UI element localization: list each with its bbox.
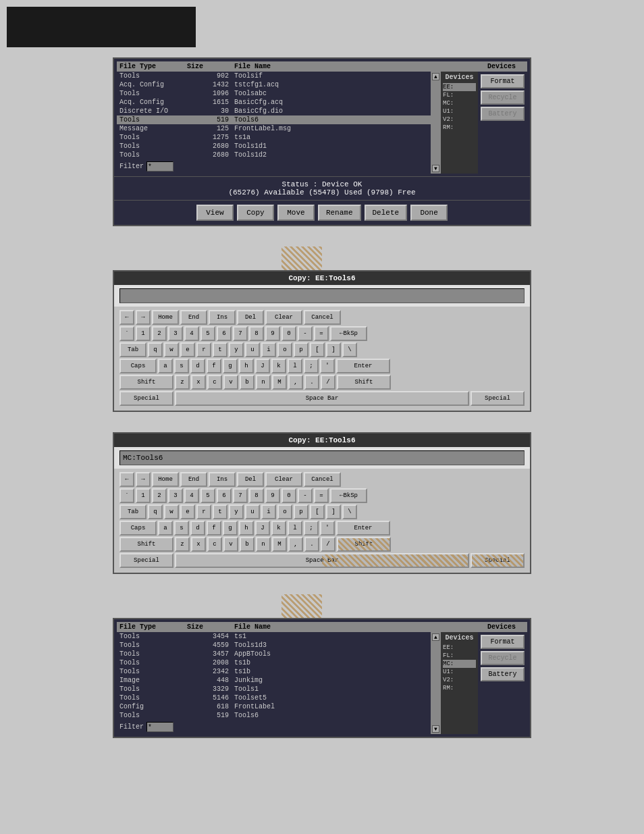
kb-o-2[interactable]: o <box>277 504 292 519</box>
kb-enter-1[interactable]: Enter <box>336 359 390 373</box>
kb-equals-1[interactable]: = <box>314 326 329 341</box>
kb-space-2[interactable]: Space Bar <box>175 553 469 568</box>
kb-period-2[interactable]: . <box>304 537 319 552</box>
file-row[interactable]: Config618FrontLabel <box>117 702 431 711</box>
kb-lspecial-2[interactable]: Special <box>119 553 173 568</box>
kb-x-1[interactable]: x <box>191 375 206 390</box>
kb-period-1[interactable]: . <box>304 375 319 390</box>
kb-h-1[interactable]: h <box>239 359 254 373</box>
kb-k-2[interactable]: k <box>271 521 286 536</box>
kb-d-2[interactable]: d <box>190 521 205 536</box>
kb-equals-2[interactable]: = <box>314 488 329 503</box>
kb-a-1[interactable]: a <box>158 359 173 373</box>
scrollbar-2[interactable]: ▲ ▼ <box>431 632 441 734</box>
kb-home-1[interactable]: Home <box>152 310 179 325</box>
kb-p-2[interactable]: p <box>294 504 308 519</box>
kb-space-1[interactable]: Space Bar <box>175 391 469 406</box>
copy-button[interactable]: Copy <box>237 205 274 221</box>
kb-slash-1[interactable]: / <box>321 375 336 390</box>
kb-minus-1[interactable]: - <box>298 326 313 341</box>
device-item[interactable]: RM: <box>443 124 476 132</box>
kb-bksp-2[interactable]: ←BkSp <box>330 488 367 503</box>
kb-enter-2[interactable]: Enter <box>336 521 390 536</box>
done-button[interactable]: Done <box>410 205 448 221</box>
kb-lshift-2[interactable]: Shift <box>119 537 173 552</box>
kb-x-2[interactable]: x <box>191 537 206 552</box>
kb-ins-1[interactable]: Ins <box>209 310 236 325</box>
device-item[interactable]: MC: <box>443 99 476 107</box>
filter-input-2[interactable] <box>146 722 173 732</box>
kb-8-1[interactable]: 8 <box>249 326 264 341</box>
device-item[interactable]: FL: <box>443 91 476 99</box>
format-button-2[interactable]: Format <box>481 635 525 649</box>
kb-6-2[interactable]: 6 <box>217 488 232 503</box>
file-row[interactable]: Tools1096Toolsabc <box>117 89 431 98</box>
copy-input-2[interactable]: MC:Tools6 <box>119 450 525 465</box>
kb-4-1[interactable]: 4 <box>184 326 199 341</box>
scrollbar-1[interactable]: ▲ ▼ <box>431 72 441 174</box>
kb-quote-1[interactable]: ' <box>320 359 335 373</box>
filter-input-1[interactable] <box>146 161 173 172</box>
view-button[interactable]: View <box>196 205 234 221</box>
kb-c-2[interactable]: c <box>207 537 222 552</box>
device-item[interactable]: V2: <box>443 115 476 124</box>
file-row[interactable]: Image448Junkimg <box>117 676 431 685</box>
kb-comma-2[interactable]: , <box>288 537 303 552</box>
kb-m-2[interactable]: M <box>272 537 287 552</box>
kb-end-1[interactable]: End <box>180 310 207 325</box>
kb-cancel-2[interactable]: Cancel <box>304 472 341 487</box>
device-item[interactable]: RM: <box>443 684 476 692</box>
kb-e-1[interactable]: e <box>180 342 195 357</box>
kb-rbracket-1[interactable]: ] <box>326 342 341 357</box>
delete-button[interactable]: Delete <box>365 205 408 221</box>
kb-cancel-1[interactable]: Cancel <box>304 310 341 325</box>
device-item[interactable]: U1: <box>443 668 476 676</box>
kb-s-1[interactable]: s <box>174 359 189 373</box>
kb-n-2[interactable]: n <box>256 537 271 552</box>
kb-backtick-2[interactable]: ` <box>119 488 134 503</box>
kb-s-2[interactable]: s <box>174 521 189 536</box>
recycle-button-2[interactable]: Recycle <box>481 651 525 665</box>
rename-button[interactable]: Rename <box>318 205 361 221</box>
kb-right-1[interactable]: → <box>136 310 151 325</box>
kb-rshift-2[interactable]: Shift <box>337 537 391 552</box>
kb-e-2[interactable]: e <box>180 504 195 519</box>
kb-l-1[interactable]: l <box>288 359 302 373</box>
kb-8-2[interactable]: 8 <box>249 488 264 503</box>
kb-backslash-2[interactable]: \ <box>342 504 357 519</box>
kb-lbracket-2[interactable]: [ <box>310 504 325 519</box>
kb-5-2[interactable]: 5 <box>200 488 215 503</box>
kb-d-1[interactable]: d <box>190 359 205 373</box>
device-item[interactable]: V2: <box>443 676 476 684</box>
kb-g-1[interactable]: g <box>223 359 238 373</box>
kb-del-2[interactable]: Del <box>237 472 264 487</box>
file-row[interactable]: Tools3329Tools1 <box>117 685 431 694</box>
file-row[interactable]: Tools2680Tools1d2 <box>117 151 431 159</box>
kb-left-2[interactable]: ← <box>119 472 134 487</box>
kb-a-2[interactable]: a <box>158 521 173 536</box>
kb-i-1[interactable]: i <box>261 342 276 357</box>
scroll-up-2[interactable]: ▲ <box>432 633 439 641</box>
kb-tab-2[interactable]: Tab <box>119 504 146 519</box>
kb-rspecial-2[interactable]: Special <box>471 553 525 568</box>
kb-q-1[interactable]: q <box>148 342 163 357</box>
kb-rshift-1[interactable]: Shift <box>337 375 391 390</box>
kb-r-2[interactable]: r <box>196 504 211 519</box>
kb-rspecial-1[interactable]: Special <box>471 391 525 406</box>
kb-caps-1[interactable]: Caps <box>119 359 157 373</box>
kb-q-2[interactable]: q <box>148 504 163 519</box>
kb-w-1[interactable]: w <box>164 342 179 357</box>
file-row[interactable]: Tools3454ts1 <box>117 632 431 641</box>
kb-9-2[interactable]: 9 <box>265 488 280 503</box>
scroll-down-2[interactable]: ▼ <box>432 725 439 733</box>
kb-3-2[interactable]: 3 <box>168 488 183 503</box>
kb-y-1[interactable]: y <box>229 342 244 357</box>
kb-2-1[interactable]: 2 <box>152 326 167 341</box>
kb-caps-2[interactable]: Caps <box>119 521 157 536</box>
file-row[interactable]: Tools2342ts1b <box>117 667 431 676</box>
scroll-up-1[interactable]: ▲ <box>432 73 439 80</box>
kb-rbracket-2[interactable]: ] <box>326 504 341 519</box>
battery-button-1[interactable]: Battery <box>481 107 525 121</box>
kb-0-1[interactable]: 0 <box>281 326 296 341</box>
kb-l-2[interactable]: l <box>288 521 302 536</box>
